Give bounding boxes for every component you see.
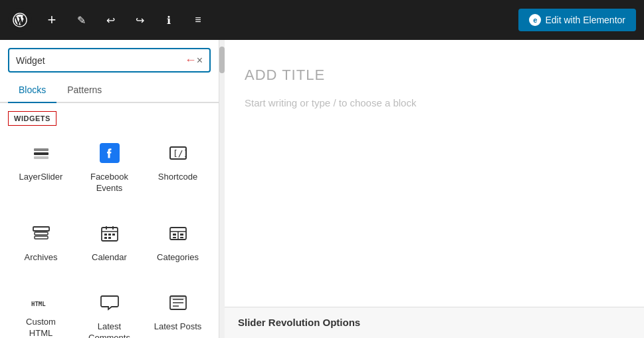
scroll-thumb[interactable] — [219, 47, 225, 73]
shortcode-label: Shortcode — [158, 172, 197, 183]
undo-button[interactable]: ↩ — [98, 8, 122, 32]
latest-comments-icon — [100, 293, 120, 316]
latest-comments-label: Latest Comments — [82, 321, 137, 338]
facebook-events-icon — [100, 143, 120, 166]
shortcode-icon: [/] — [168, 143, 188, 166]
widget-item-layerslider[interactable]: LayerSlider — [8, 134, 74, 201]
search-input-wrapper: ← × — [8, 48, 211, 73]
start-writing-placeholder: Start writing or type / to choose a bloc… — [245, 97, 624, 108]
svg-rect-25 — [180, 237, 183, 238]
widgets-grid: LayerSlider Facebook Events — [8, 134, 211, 338]
widget-item-calendar[interactable]: Calendar — [76, 214, 142, 270]
info-button[interactable]: ℹ — [157, 8, 181, 32]
svg-rect-2 — [34, 148, 49, 151]
facebook-events-label: Facebook Events — [82, 172, 137, 194]
widget-item-categories[interactable]: Categories — [145, 214, 211, 270]
archives-label: Archives — [25, 252, 58, 263]
svg-rect-16 — [112, 234, 115, 236]
editor-content[interactable]: ADD TITLE Start writing or type / to cho… — [225, 40, 644, 338]
svg-rect-3 — [34, 156, 49, 159]
slider-revolution-label: Slider Revolution Options — [238, 317, 360, 328]
custom-html-label: Custom HTML — [13, 317, 68, 338]
widget-item-facebook-events[interactable]: Facebook Events — [76, 134, 142, 201]
svg-text:[/]: [/] — [173, 148, 188, 158]
calendar-icon — [100, 224, 120, 247]
widget-item-shortcode[interactable]: [/] Shortcode — [145, 134, 211, 201]
categories-icon — [168, 224, 188, 247]
svg-rect-31 — [170, 296, 186, 299]
svg-rect-18 — [108, 237, 111, 239]
layerslider-label: LayerSlider — [19, 172, 63, 183]
editor-area: ADD TITLE Start writing or type / to cho… — [225, 40, 644, 338]
svg-text:HTML: HTML — [31, 300, 46, 307]
widget-item-custom-html[interactable]: HTML Custom HTML — [8, 283, 74, 338]
slider-revolution-bar: Slider Revolution Options — [225, 307, 644, 338]
archives-icon — [31, 224, 51, 247]
widgets-section: WIDGETS LayerSlider — [0, 103, 219, 338]
svg-rect-9 — [35, 236, 48, 239]
main-content: ← × Blocks Patterns WIDGETS — [0, 40, 644, 338]
search-clear-button[interactable]: × — [197, 55, 203, 67]
search-input[interactable] — [16, 55, 182, 66]
tabs-bar: Blocks Patterns — [0, 78, 219, 103]
add-title-placeholder[interactable]: ADD TITLE — [245, 67, 624, 84]
tab-patterns[interactable]: Patterns — [56, 78, 112, 103]
elementor-icon: e — [529, 14, 541, 26]
widget-item-latest-comments[interactable]: Latest Comments — [76, 283, 142, 338]
toolbar: + ✎ ↩ ↪ ℹ ≡ e Edit with Elementor — [0, 0, 644, 40]
custom-html-icon: HTML — [31, 293, 51, 311]
scroll-track[interactable] — [219, 40, 225, 338]
svg-rect-1 — [34, 152, 49, 155]
search-bar: ← × — [0, 40, 219, 78]
svg-rect-7 — [33, 227, 49, 231]
tools-button[interactable]: ≡ — [186, 8, 210, 32]
svg-rect-23 — [180, 234, 183, 236]
widget-item-archives[interactable]: Archives — [8, 214, 74, 270]
back-arrow-icon: ← — [185, 53, 197, 67]
svg-rect-14 — [104, 234, 107, 236]
redo-button[interactable]: ↪ — [128, 8, 152, 32]
svg-rect-24 — [173, 237, 176, 238]
layerslider-icon — [31, 143, 51, 166]
widget-item-latest-posts[interactable]: Latest Posts — [145, 283, 211, 338]
categories-label: Categories — [157, 252, 199, 263]
calendar-label: Calendar — [92, 252, 127, 263]
widgets-section-label: WIDGETS — [8, 111, 56, 126]
svg-rect-17 — [104, 237, 107, 239]
wordpress-logo[interactable] — [8, 8, 32, 32]
latest-posts-label: Latest Posts — [154, 321, 202, 333]
latest-posts-icon — [168, 293, 188, 316]
edit-elementor-button[interactable]: e Edit with Elementor — [518, 9, 636, 31]
svg-rect-15 — [108, 234, 111, 236]
svg-rect-8 — [35, 232, 48, 235]
add-block-button[interactable]: + — [40, 8, 64, 32]
left-panel: ← × Blocks Patterns WIDGETS — [0, 40, 219, 338]
tab-blocks[interactable]: Blocks — [8, 78, 56, 103]
edit-button[interactable]: ✎ — [69, 8, 93, 32]
svg-rect-22 — [173, 234, 176, 236]
